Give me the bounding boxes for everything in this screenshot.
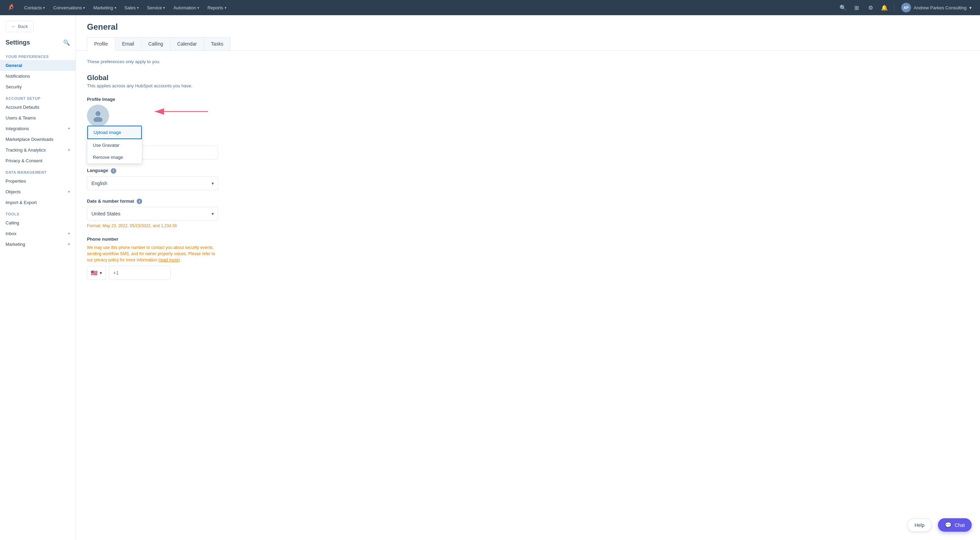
sidebar-item-import-export[interactable]: Import & Export (0, 197, 76, 208)
date-format-select-wrapper: United States United Kingdom Canada ▾ (87, 207, 218, 221)
chevron-down-icon: ▾ (163, 6, 165, 10)
chevron-down-icon: ▾ (197, 6, 199, 10)
chevron-down-icon: ▾ (68, 126, 70, 131)
sidebar-item-notifications[interactable]: Notifications (0, 71, 76, 81)
user-icon (92, 110, 104, 122)
read-more-link[interactable]: read more (160, 258, 179, 263)
sidebar-item-privacy-consent[interactable]: Privacy & Consent (0, 155, 76, 166)
phone-country-selector[interactable]: 🇺🇸 ▾ (87, 266, 106, 280)
hubspot-logo[interactable] (6, 2, 17, 13)
chat-icon: 💬 (945, 522, 952, 528)
sidebar-item-integrations[interactable]: Integrations ▾ (0, 123, 76, 134)
nav-conversations[interactable]: Conversations ▾ (50, 3, 88, 13)
date-format-select[interactable]: United States United Kingdom Canada (87, 207, 218, 221)
phone-label: Phone number (87, 236, 969, 242)
user-menu[interactable]: AP Andrew Parkes Consulting ▾ (899, 2, 974, 14)
language-info-icon[interactable]: i (111, 168, 116, 174)
sidebar-item-properties[interactable]: Properties (0, 176, 76, 186)
sidebar: ← Back Settings 🔍 Your Preferences Gener… (0, 15, 76, 540)
search-icon[interactable]: 🔍 (63, 39, 70, 46)
nav-divider (894, 3, 894, 12)
nav-automation[interactable]: Automation ▾ (170, 3, 202, 13)
sidebar-header: Settings 🔍 (0, 38, 76, 50)
chevron-down-icon: ▾ (115, 6, 116, 10)
sidebar-item-tracking-analytics[interactable]: Tracking & Analytics ▾ (0, 145, 76, 155)
use-gravatar-option[interactable]: Use Gravatar (87, 139, 142, 151)
chevron-down-icon: ▾ (224, 6, 226, 10)
app-body: ← Back Settings 🔍 Your Preferences Gener… (0, 15, 980, 540)
date-format-label: Date & number format i (87, 199, 969, 204)
sidebar-item-marketing[interactable]: Marketing ▾ (0, 239, 76, 250)
sidebar-item-users-teams[interactable]: Users & Teams (0, 113, 76, 123)
upload-image-option[interactable]: Upload image (87, 126, 142, 139)
tab-calling[interactable]: Calling (141, 37, 170, 50)
sidebar-item-inbox[interactable]: Inbox ▾ (0, 228, 76, 239)
last-name-field-group: Last name (87, 138, 969, 159)
sidebar-section-account-setup: Account Setup (0, 92, 76, 102)
profile-avatar (87, 105, 109, 127)
chevron-down-icon: ▾ (68, 148, 70, 152)
language-select-wrapper: English Spanish French ▾ (87, 177, 218, 190)
last-name-label: Last name (87, 138, 969, 143)
chevron-down-icon: ▾ (969, 5, 972, 10)
date-format-field-group: Date & number format i United States Uni… (87, 199, 969, 229)
global-section-subtitle: This applies across any HubSpot accounts… (87, 83, 969, 88)
user-name: Andrew Parkes Consulting (914, 5, 967, 10)
chevron-down-icon: ▾ (68, 190, 70, 194)
chevron-down-icon: ▾ (83, 6, 85, 10)
notifications-button[interactable]: 🔔 (879, 2, 890, 13)
sidebar-title: Settings (6, 39, 30, 46)
svg-point-0 (95, 111, 100, 116)
chevron-down-icon: ▾ (43, 6, 45, 10)
tab-profile[interactable]: Profile (87, 37, 115, 51)
sidebar-item-calling[interactable]: Calling (0, 218, 76, 228)
sidebar-item-account-defaults[interactable]: Account Defaults (0, 102, 76, 113)
back-button[interactable]: ← Back (6, 21, 34, 32)
image-dropdown-menu: Upload image Use Gravatar Remove image (87, 125, 142, 164)
phone-number-input[interactable] (109, 266, 171, 280)
phone-note: We may use this phone number to contact … (87, 244, 218, 263)
sidebar-section-data-management: Data Management (0, 166, 76, 176)
arrow-annotation (142, 101, 211, 123)
page-header: General Profile Email Calling Calendar T… (76, 15, 980, 51)
format-hint: Format: May 23, 2022, 05/23/2022, and 1,… (87, 223, 969, 228)
profile-image-section: Profile Image Upload image Use Gravatar … (87, 97, 969, 131)
preferences-note: These preferences only apply to you. (87, 59, 969, 64)
profile-image-label: Profile Image (87, 97, 969, 102)
language-select[interactable]: English Spanish French (87, 177, 218, 190)
nav-sales[interactable]: Sales ▾ (121, 3, 143, 13)
tab-email[interactable]: Email (115, 37, 142, 50)
content-area: These preferences only apply to you. Glo… (76, 51, 980, 296)
nav-right-section: 🔍 ⊞ ⚙ 🔔 AP Andrew Parkes Consulting ▾ (837, 2, 974, 14)
phone-input-row: 🇺🇸 ▾ (87, 266, 969, 280)
tab-tasks[interactable]: Tasks (204, 37, 231, 50)
global-section-title: Global (87, 74, 969, 82)
nav-service[interactable]: Service ▾ (143, 3, 169, 13)
marketplace-button[interactable]: ⊞ (851, 2, 862, 13)
chevron-down-icon: ▾ (100, 270, 102, 276)
flag-icon: 🇺🇸 (91, 270, 98, 276)
sidebar-item-general[interactable]: General (0, 60, 76, 71)
date-format-info-icon[interactable]: i (137, 199, 142, 204)
phone-number-section: Phone number We may use this phone numbe… (87, 236, 969, 280)
page-title: General (87, 22, 969, 32)
help-button[interactable]: Help (907, 519, 932, 532)
nav-contacts[interactable]: Contacts ▾ (21, 3, 48, 13)
remove-image-option[interactable]: Remove image (87, 151, 142, 163)
main-content: General Profile Email Calling Calendar T… (76, 15, 980, 540)
search-button[interactable]: 🔍 (837, 2, 848, 13)
sidebar-item-objects[interactable]: Objects ▾ (0, 186, 76, 197)
avatar: AP (901, 3, 911, 13)
chat-button[interactable]: 💬 Chat (938, 518, 972, 532)
chevron-down-icon: ▾ (68, 242, 70, 247)
settings-button[interactable]: ⚙ (865, 2, 876, 13)
sidebar-item-marketplace-downloads[interactable]: Marketplace Downloads (0, 134, 76, 145)
top-navigation: Contacts ▾ Conversations ▾ Marketing ▾ S… (0, 0, 980, 15)
tabs: Profile Email Calling Calendar Tasks (87, 37, 969, 50)
sidebar-item-security[interactable]: Security (0, 81, 76, 92)
tab-calendar[interactable]: Calendar (170, 37, 204, 50)
nav-reports[interactable]: Reports ▾ (204, 3, 230, 13)
nav-marketing[interactable]: Marketing ▾ (90, 3, 119, 13)
svg-point-1 (94, 117, 102, 122)
language-field-group: Language i English Spanish French ▾ (87, 168, 969, 190)
